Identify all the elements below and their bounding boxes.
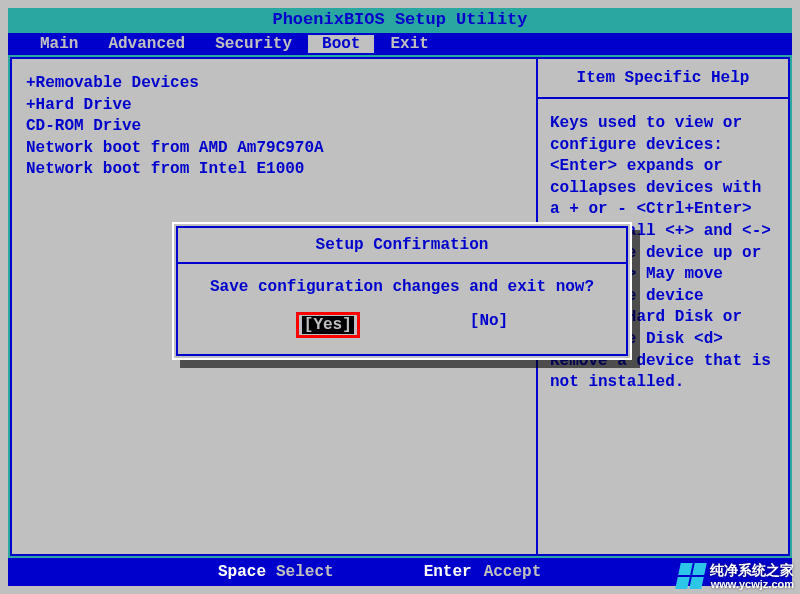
yes-button[interactable]: [Yes] <box>302 316 354 334</box>
boot-item-cdrom[interactable]: CD-ROM Drive <box>26 116 528 138</box>
boot-item-removable[interactable]: +Removable Devices <box>26 73 528 95</box>
dialog-title: Setup Confirmation <box>178 228 626 264</box>
confirmation-dialog: Setup Confirmation Save configuration ch… <box>172 222 632 360</box>
boot-item-hard-drive[interactable]: +Hard Drive <box>26 95 528 117</box>
watermark-logo-icon <box>675 563 707 589</box>
dialog-message: Save configuration changes and exit now? <box>178 264 626 300</box>
watermark-line1: 纯净系统之家 <box>710 563 794 578</box>
watermark-line2: www.ycwjz.com <box>710 578 794 590</box>
boot-list[interactable]: +Removable Devices +Hard Drive CD-ROM Dr… <box>26 73 528 181</box>
yes-button-highlight: [Yes] <box>296 312 360 338</box>
boot-item-net-amd[interactable]: Network boot from AMD Am79C970A <box>26 138 528 160</box>
footer-label-select: Select <box>276 563 334 581</box>
footer-label-accept: Accept <box>484 563 542 581</box>
menu-security[interactable]: Security <box>201 35 306 53</box>
footer-key-space: Space <box>218 563 266 581</box>
no-button[interactable]: [No] <box>470 312 508 338</box>
menu-boot[interactable]: Boot <box>308 35 374 53</box>
menu-bar: Main Advanced Security Boot Exit <box>8 33 792 55</box>
watermark: 纯净系统之家 www.ycwjz.com <box>678 563 794 590</box>
footer-bar: Space Select Enter Accept <box>8 558 792 586</box>
menu-main[interactable]: Main <box>26 35 92 53</box>
boot-item-net-intel[interactable]: Network boot from Intel E1000 <box>26 159 528 181</box>
help-title: Item Specific Help <box>538 59 788 99</box>
menu-advanced[interactable]: Advanced <box>94 35 199 53</box>
menu-exit[interactable]: Exit <box>376 35 442 53</box>
app-title: PhoenixBIOS Setup Utility <box>8 8 792 33</box>
footer-key-enter: Enter <box>424 563 472 581</box>
